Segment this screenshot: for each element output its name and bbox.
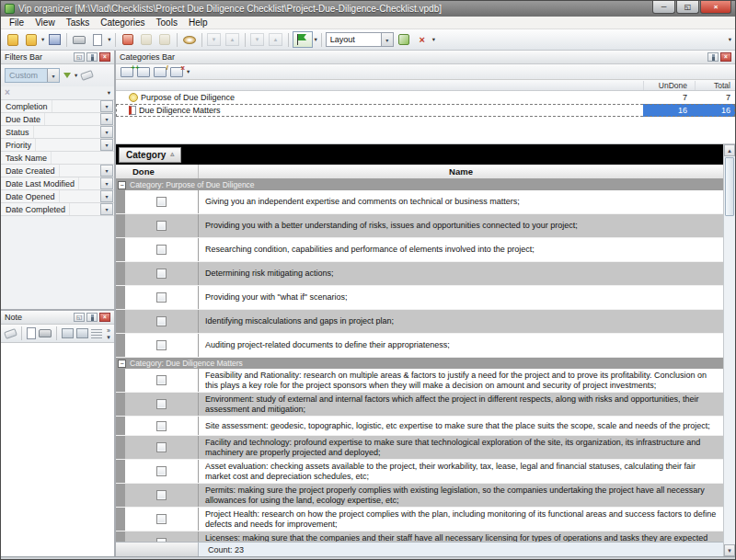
vertical-scrollbar[interactable]: ▲ ▼ [723,144,735,556]
filter-row-date-last-modified[interactable]: Date Last Modified ▾ [1,177,114,190]
priority-dropdown-icon[interactable]: ▾ [100,139,113,151]
menu-help[interactable]: Help [183,17,213,28]
task-row[interactable]: Determining risk mitigating actions; [116,262,723,286]
task-checkbox[interactable] [156,375,167,385]
promote-icon[interactable]: ▲ [268,31,284,48]
scrollbar-track[interactable] [724,217,735,544]
group-by-category-button[interactable]: Category ▵ [119,147,181,163]
task-checkbox[interactable] [156,466,167,476]
filters-restore-icon[interactable]: ◱ [74,52,85,62]
group-header-matters[interactable]: − Category: Due Diligence Matters [116,358,723,369]
customize-layout-icon[interactable] [396,31,412,48]
print-preview-icon[interactable] [89,31,106,48]
new-checklist-icon[interactable] [5,31,21,48]
task-checkbox[interactable] [156,399,167,409]
filter-row-priority[interactable]: Priority ▾ [1,139,114,152]
task-row[interactable]: Environment: study of external and inter… [116,393,723,417]
menu-view[interactable]: View [29,17,61,28]
note-list-icon[interactable] [91,329,102,338]
note-pin-icon[interactable] [86,313,98,322]
collapse-group-icon[interactable]: − [118,360,126,368]
clear-filter-icon[interactable] [80,70,94,81]
filter-row-status[interactable]: Status ▾ [1,126,114,139]
minimize-button[interactable]: ─ [652,1,675,14]
task-row[interactable]: Auditing project-related documents to de… [116,334,723,358]
layout-dropdown-icon[interactable]: ▾ [381,33,393,46]
filter-preset-dropdown-icon[interactable]: ▾ [47,69,59,82]
task-row[interactable]: Asset evaluation: checking assets availa… [116,460,723,484]
task-checkbox[interactable] [156,245,167,255]
task-row[interactable]: Facility and technology: profound expert… [116,436,723,460]
filters-overflow-icon[interactable]: ▾ [108,90,110,97]
categories-close-icon[interactable]: × [720,52,731,62]
task-row[interactable]: Feasibility and Rationality: research on… [116,369,723,393]
new-category-icon[interactable] [121,67,133,77]
date-completed-dropdown-icon[interactable]: ▾ [100,203,113,215]
note-editor[interactable] [1,343,114,556]
maximize-button[interactable]: ◱ [676,1,699,14]
task-row[interactable]: Researching condition, capabilities and … [116,238,723,262]
name-column-header[interactable]: Name [199,165,723,178]
task-row[interactable]: Identifying miscalculations and gaps in … [116,310,723,334]
filter-row-date-created[interactable]: Date Created ▾ [1,165,114,177]
done-column-header[interactable]: Done [116,165,199,178]
task-row[interactable]: Licenses: making sure that the companies… [116,531,723,542]
categories-pin-icon[interactable] [707,52,719,62]
task-row[interactable]: Providing your with "what if" scenarios; [116,286,723,310]
save-icon[interactable] [46,31,63,48]
new-item-dropdown-icon[interactable]: ▾ [41,37,44,43]
group-header-purpose[interactable]: − Category: Purpose of Due Diligence [116,179,723,190]
task-tools-icon[interactable] [156,31,173,48]
note-clear-icon[interactable] [4,328,17,339]
task-checkbox[interactable] [156,514,167,524]
close-button[interactable]: × [700,1,731,14]
undone-column-header[interactable]: UnDone [643,81,695,90]
flag-icon[interactable] [293,31,313,48]
categories-overflow-icon[interactable]: ▾ [187,69,190,75]
task-row[interactable]: Permits: making sure the project properl… [116,484,723,508]
demote-icon[interactable]: ▼ [249,31,266,48]
task-checkbox[interactable] [156,197,167,207]
filter-row-due-date[interactable]: Due Date ▾ [1,113,114,126]
scroll-down-icon[interactable]: ▼ [724,544,735,556]
note-print-icon[interactable] [39,329,52,337]
layout-combobox[interactable]: Layout ▾ [326,32,394,47]
completion-dropdown-icon[interactable]: ▾ [100,100,113,112]
apply-filter-icon[interactable] [63,73,71,78]
new-item-icon[interactable] [23,31,40,48]
print-icon[interactable] [71,31,87,48]
filters-pin-icon[interactable] [86,52,98,62]
category-row-matters[interactable]: Due Diligence Matters 16 16 [116,104,735,117]
due-date-dropdown-icon[interactable]: ▾ [100,113,113,125]
cancel-filter-icon[interactable]: × [5,88,10,97]
add-task-icon[interactable] [120,31,136,48]
filter-row-date-opened[interactable]: Date Opened ▾ [1,190,114,203]
filter-dropdown-icon[interactable]: ▾ [75,73,77,79]
note-insert-image-icon[interactable] [62,328,74,338]
edit-category-icon[interactable] [154,67,167,77]
scrollbar-thumb[interactable] [725,157,734,216]
task-checkbox[interactable] [156,340,167,350]
flag-overflow-icon[interactable]: ▾ [315,37,317,43]
task-row[interactable]: Providing you with a better understandin… [116,214,723,238]
note-close-icon[interactable]: × [99,313,110,322]
total-column-header[interactable]: Total [695,81,735,90]
date-opened-dropdown-icon[interactable]: ▾ [100,190,113,202]
print-overflow-icon[interactable]: ▾ [108,37,110,43]
task-checkbox[interactable] [156,316,167,326]
status-dropdown-icon[interactable]: ▾ [100,126,113,138]
note-insert-object-icon[interactable] [76,328,88,338]
menu-tasks[interactable]: Tasks [61,17,96,28]
filters-close-icon[interactable]: × [99,52,110,62]
layout-overflow-icon[interactable]: ▾ [432,37,435,43]
task-row[interactable]: Project Health: research on how the proj… [116,508,723,531]
menu-categories[interactable]: Categories [95,17,150,28]
task-checkbox[interactable] [156,421,167,431]
menu-file[interactable]: File [4,17,29,28]
task-row[interactable]: Giving you an independent expertise and … [116,190,723,214]
filter-row-completion[interactable]: Completion ▾ [1,100,114,113]
category-row-purpose[interactable]: Purpose of Due Diligence 7 7 [116,91,735,104]
task-checkbox[interactable] [156,221,167,231]
task-checkbox[interactable] [156,442,167,452]
scroll-up-icon[interactable]: ▲ [724,144,735,156]
